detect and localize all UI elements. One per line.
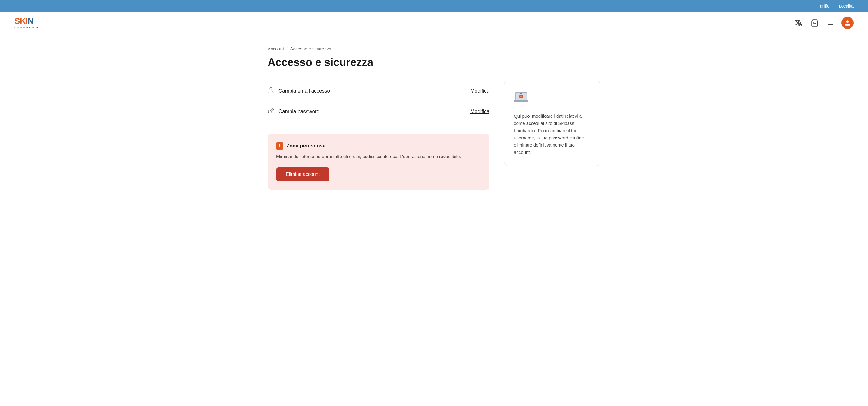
email-settings-row: Cambia email accesso Modifica (268, 81, 490, 102)
breadcrumb: Account › Accesso e sicurezza (268, 46, 600, 51)
email-row-left: Cambia email accesso (268, 87, 330, 95)
menu-button[interactable] (826, 18, 835, 28)
logo-in: N (28, 16, 33, 26)
person-icon (268, 87, 274, 95)
localita-link[interactable]: Località (839, 4, 854, 8)
cart-button[interactable] (809, 18, 820, 28)
laptop-lock-icon (514, 91, 531, 105)
content-layout: Cambia email accesso Modifica Cambia pas… (268, 81, 600, 190)
avatar-button[interactable] (841, 17, 854, 29)
cart-icon (811, 19, 818, 27)
logo-sub: LOMBARDIA (14, 26, 39, 29)
content-main: Cambia email accesso Modifica Cambia pas… (268, 81, 490, 190)
breadcrumb-separator: › (286, 47, 287, 51)
menu-icon (827, 19, 834, 27)
header-icons (794, 17, 854, 29)
svg-rect-7 (514, 100, 528, 102)
danger-title-text: Zona pericolosa (286, 143, 326, 149)
sidebar-card: Qui puoi modificare i dati relativi a co… (504, 81, 600, 166)
breadcrumb-current: Accesso e sicurezza (290, 46, 332, 51)
email-label: Cambia email accesso (278, 88, 330, 94)
delete-account-button[interactable]: Elimina account (276, 167, 330, 181)
content-sidebar: Qui puoi modificare i dati relativi a co… (504, 81, 600, 166)
translate-icon (795, 19, 802, 27)
avatar-icon (844, 20, 851, 26)
password-label: Cambia password (278, 109, 319, 115)
svg-point-9 (521, 96, 522, 97)
main-content: Account › Accesso e sicurezza Accesso e … (253, 34, 615, 202)
sidebar-card-text: Qui puoi modificare i dati relativi a co… (514, 113, 590, 156)
header: SKIN LOMBARDIA (0, 12, 868, 34)
translate-button[interactable] (794, 18, 804, 28)
danger-warning-icon: ! (276, 142, 283, 150)
danger-zone: ! Zona pericolosa Eliminando l'utente pe… (268, 134, 490, 190)
password-modify-button[interactable]: Modifica (470, 109, 490, 115)
key-icon (268, 107, 274, 116)
password-row-left: Cambia password (268, 107, 319, 116)
danger-title: ! Zona pericolosa (276, 142, 481, 150)
password-settings-row: Cambia password Modifica (268, 102, 490, 122)
danger-description: Eliminando l'utente perderai tutte gli o… (276, 153, 481, 160)
logo-skin: SKI (14, 16, 28, 26)
svg-point-4 (270, 88, 272, 90)
email-modify-button[interactable]: Modifica (470, 88, 490, 94)
page-title: Accesso e sicurezza (268, 56, 600, 69)
breadcrumb-account[interactable]: Account (268, 46, 284, 51)
top-bar: Tariffe Località (0, 0, 868, 12)
logo[interactable]: SKIN LOMBARDIA (14, 17, 39, 29)
logo-text: SKIN (14, 17, 33, 25)
tariffe-link[interactable]: Tariffe (818, 4, 830, 8)
